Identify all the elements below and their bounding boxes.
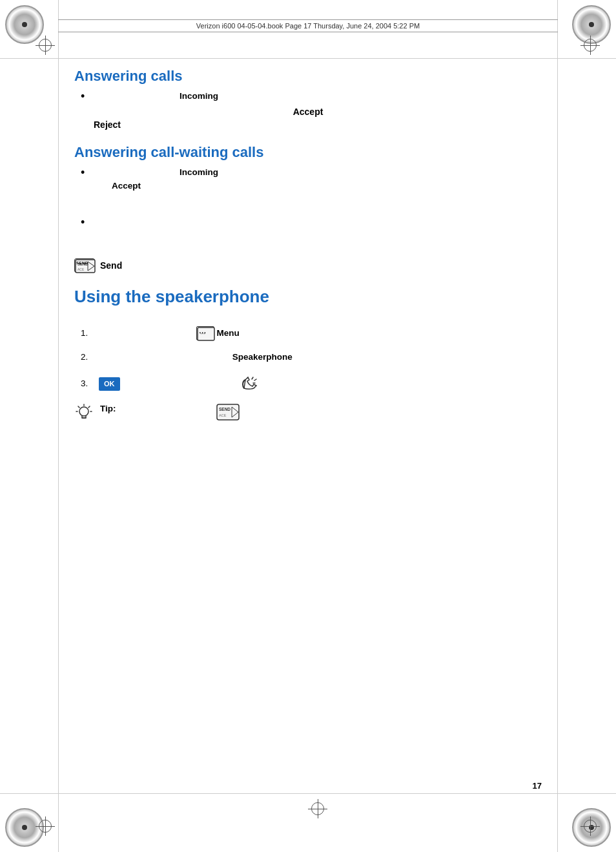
section-speakerphone: Using the speakerphone 1. ··· [74,287,542,423]
reject-line: Reject [94,119,542,130]
tip-spacer [123,404,210,413]
svg-line-6 [252,377,253,379]
send-icon: SEND ACE [74,258,95,273]
border-left [58,0,59,852]
incoming-label-1: Incoming [180,91,218,101]
step2-num: 2. [81,351,94,364]
ok-button[interactable]: OK [99,377,120,391]
svg-point-9 [79,407,88,416]
menu-icon-group: ··· Menu [196,326,240,340]
accept-label: Accept [293,107,323,117]
svg-text:SEND: SEND [77,262,88,266]
heading-call-waiting: Answering call-waiting calls [74,144,542,161]
reject-label: Reject [94,119,121,130]
speakerphone-icon [239,374,258,393]
border-bottom [0,793,616,794]
call-waiting-item2 [81,216,542,229]
section-call-waiting: Answering call-waiting calls Incoming Ac… [74,144,542,273]
step2: 2. Speakerphone [81,351,542,364]
border-top [0,58,616,59]
header-text: Verizon i600 04-05-04.book Page 17 Thurs… [196,22,420,30]
call-waiting-accept: Accept [112,181,141,191]
answering-calls-item1: Incoming [81,90,542,103]
svg-line-14 [78,406,79,408]
step3-num: 3. [81,377,94,390]
call-waiting-list2 [81,216,542,229]
step1-num: 1. [81,327,94,340]
lightbulb-icon [74,404,94,423]
call-waiting-item1-text: Incoming [92,167,218,177]
incoming-label-2: Incoming [180,167,218,177]
step3: 3. OK [81,374,542,393]
send-label: Send [100,260,122,271]
step1: 1. ··· Menu [81,326,542,340]
tip-send-icon: SEND ACE [216,404,240,421]
step2-speakerphone-label: Speakerphone [232,351,293,364]
page-number: 17 [533,781,542,791]
heading-speakerphone: Using the speakerphone [74,287,542,307]
step2-text [99,351,227,364]
answering-calls-item1-text: Incoming [92,91,218,101]
svg-rect-4 [198,327,214,340]
section-answering-calls: Answering calls Incoming Accept Reject [74,68,542,130]
svg-text:ACE: ACE [77,267,85,271]
svg-text:ACE: ACE [219,413,227,417]
answering-calls-list: Incoming [81,90,542,103]
main-content: Answering calls Incoming Accept Reject A… [74,68,542,787]
step3-spacer [125,377,234,390]
call-waiting-list: Incoming Accept [81,166,542,192]
send-row: SEND ACE Send [74,258,542,273]
header-bar: Verizon i600 04-05-04.book Page 17 Thurs… [58,19,558,32]
speakerphone-steps: 1. ··· Menu [81,326,542,393]
tip-label: Tip: [100,404,116,413]
svg-line-12 [88,406,90,408]
heading-answering-calls: Answering calls [74,68,542,85]
svg-text:SEND: SEND [219,407,231,411]
menu-icon: ··· [196,326,214,340]
svg-text:···: ··· [200,330,205,337]
step1-text [99,327,191,340]
svg-line-7 [254,379,256,380]
call-waiting-item1: Incoming Accept [81,166,542,192]
tip-row: Tip: SEND ACE [74,404,542,423]
call-waiting-item2-text [92,217,95,227]
step1-menu-label: Menu [217,327,240,340]
accept-line: Accept [74,107,542,117]
border-right [557,0,558,852]
accept-label-2: Accept [112,181,141,191]
